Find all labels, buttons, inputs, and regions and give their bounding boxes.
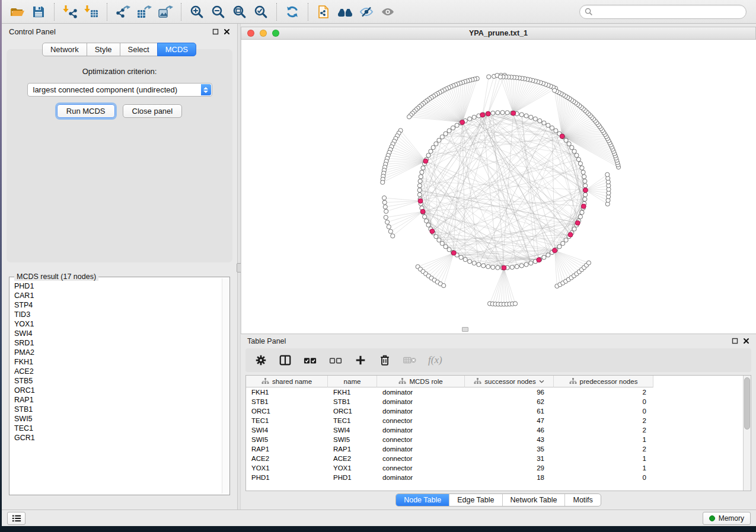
leaf-node[interactable]	[385, 220, 389, 224]
network-node[interactable]	[418, 179, 422, 183]
network-node[interactable]	[524, 262, 528, 267]
network-node[interactable]	[582, 175, 586, 179]
mcds-result-list[interactable]: PHD1CAR1STP4TID3YOX1SWI4SRD1PMA2FKH1ACE2…	[11, 278, 221, 493]
network-node[interactable]	[447, 248, 451, 252]
mcds-node[interactable]	[420, 209, 425, 214]
network-node[interactable]	[429, 149, 433, 153]
table-row[interactable]: SWI5SWI5connector431	[246, 435, 751, 444]
network-node[interactable]	[519, 113, 524, 117]
network-node[interactable]	[529, 261, 533, 265]
leaf-node[interactable]	[513, 302, 517, 306]
leaf-node[interactable]	[498, 75, 502, 79]
export-image-icon[interactable]	[155, 2, 176, 21]
close-panel-icon[interactable]	[743, 338, 749, 344]
network-node[interactable]	[444, 132, 448, 136]
mcds-node[interactable]	[568, 232, 573, 237]
network-node[interactable]	[533, 117, 537, 121]
network-node[interactable]	[583, 193, 587, 197]
network-node[interactable]	[451, 126, 455, 130]
leaf-node[interactable]	[487, 75, 491, 79]
mcds-node[interactable]	[423, 159, 428, 164]
network-node[interactable]	[426, 153, 430, 158]
mcds-result-item[interactable]: TEC1	[14, 424, 218, 433]
table-row[interactable]: ORC1ORC1dominator610	[246, 406, 751, 416]
table-row[interactable]: STB1STB1dominator620	[246, 397, 751, 406]
mcds-node[interactable]	[560, 134, 564, 139]
network-node[interactable]	[434, 142, 438, 146]
network-node[interactable]	[444, 245, 448, 249]
mcds-result-item[interactable]: PMA2	[14, 348, 218, 357]
network-node[interactable]	[580, 166, 584, 170]
gear-icon[interactable]	[254, 354, 267, 367]
network-node[interactable]	[481, 264, 486, 268]
tab-mcds[interactable]: MCDS	[157, 43, 196, 56]
search-input[interactable]	[596, 8, 741, 16]
mcds-node[interactable]	[460, 120, 465, 124]
leaf-node[interactable]	[605, 172, 610, 177]
network-node[interactable]	[486, 264, 490, 268]
network-node[interactable]	[422, 214, 426, 219]
close-panel-icon[interactable]	[224, 28, 230, 35]
network-node[interactable]	[529, 115, 533, 119]
add-column-icon[interactable]	[354, 354, 367, 367]
network-node[interactable]	[440, 135, 444, 139]
table-row[interactable]: ACE2ACE2connector311	[246, 454, 751, 463]
network-node[interactable]	[417, 188, 422, 192]
network-node[interactable]	[583, 197, 587, 201]
export-network-icon[interactable]	[112, 2, 133, 21]
column-header[interactable]: successor nodes	[465, 376, 554, 387]
table-row[interactable]: RAP1RAP1dominator352	[246, 444, 751, 454]
network-node[interactable]	[561, 241, 565, 245]
leaf-node[interactable]	[381, 180, 385, 184]
tab-network-table[interactable]: Network Table	[503, 494, 566, 506]
network-node[interactable]	[496, 265, 500, 270]
mcds-result-item[interactable]: RAP1	[14, 395, 218, 405]
float-panel-icon[interactable]	[212, 28, 219, 35]
network-node[interactable]	[455, 123, 459, 127]
network-node[interactable]	[578, 214, 582, 219]
network-node[interactable]	[420, 170, 424, 174]
network-node[interactable]	[576, 158, 580, 162]
network-node[interactable]	[578, 162, 582, 166]
mcds-result-item[interactable]: YOX1	[14, 319, 218, 329]
task-history-button[interactable]	[7, 512, 25, 525]
network-node[interactable]	[421, 166, 425, 170]
mcds-result-item[interactable]: SRD1	[14, 338, 218, 348]
mcds-result-item[interactable]: CAR1	[14, 291, 218, 300]
mcds-node[interactable]	[583, 188, 588, 193]
show-selection-icon[interactable]	[377, 2, 398, 21]
mcds-list-scrollbar[interactable]	[222, 278, 228, 493]
network-node[interactable]	[426, 223, 430, 227]
network-node[interactable]	[538, 118, 542, 123]
split-columns-icon[interactable]	[279, 354, 292, 367]
horizontal-split-handle[interactable]	[462, 327, 468, 332]
run-mcds-button[interactable]: Run MCDS	[57, 104, 115, 118]
table-row[interactable]: SWI4SWI4dominator462	[246, 425, 751, 435]
mcds-result-item[interactable]: PHD1	[14, 281, 218, 291]
zoom-out-icon[interactable]	[208, 2, 229, 21]
leaf-node[interactable]	[388, 229, 393, 233]
share-document-icon[interactable]	[313, 2, 334, 21]
network-node[interactable]	[477, 262, 481, 267]
mcds-node[interactable]	[502, 265, 506, 270]
refresh-layout-icon[interactable]	[282, 2, 303, 21]
network-node[interactable]	[570, 145, 574, 149]
network-view[interactable]	[241, 40, 756, 334]
network-search-field[interactable]	[579, 5, 747, 19]
mcds-node[interactable]	[553, 248, 557, 253]
leaf-node[interactable]	[387, 225, 391, 229]
save-session-icon[interactable]	[28, 2, 49, 21]
network-node[interactable]	[564, 238, 568, 242]
tab-edge-table[interactable]: Edge Table	[449, 494, 502, 506]
table-scrollbar-thumb[interactable]	[744, 377, 750, 430]
network-node[interactable]	[557, 245, 562, 249]
table-row[interactable]: TEC1TEC1connector472	[246, 416, 751, 425]
export-table-icon[interactable]	[133, 2, 155, 21]
network-node[interactable]	[575, 153, 579, 158]
leaf-node[interactable]	[391, 234, 395, 238]
mcds-result-item[interactable]: STB5	[14, 376, 218, 386]
network-node[interactable]	[542, 121, 546, 125]
network-node[interactable]	[447, 129, 451, 133]
mcds-node[interactable]	[430, 229, 435, 233]
leaf-node[interactable]	[407, 115, 411, 119]
